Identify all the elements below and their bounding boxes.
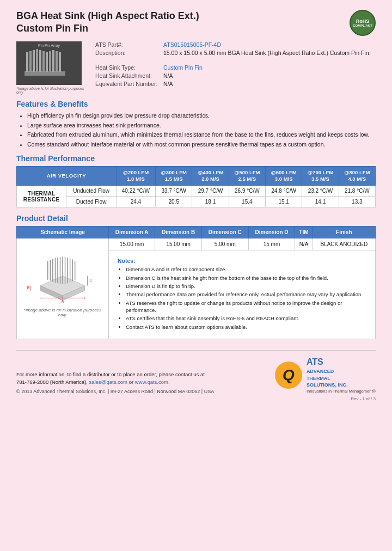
thermal-resistance-label: THERMALRESISTANCE	[17, 186, 66, 207]
svg-text:B: B	[27, 286, 29, 290]
finish-value: BLACK ANODIZED	[313, 238, 375, 250]
col-500lfm: @500 LFM2.5 M/S	[229, 166, 265, 186]
unducted-700: 23.2 °C/W	[302, 186, 339, 197]
rohs-badge: RoHS COMPLIANT	[350, 10, 376, 36]
unducted-label: Unducted Flow	[66, 186, 116, 197]
ats-logo-circle: Q	[275, 362, 302, 389]
footer-contact: For more information, to find a distribu…	[16, 371, 214, 387]
ducted-600: 15.1	[266, 197, 302, 207]
svg-rect-9	[49, 51, 51, 72]
description-row: Description: 15.00 x 15.00 x 5.00 mm BGA…	[95, 50, 376, 56]
footer-email-link[interactable]: sales@qats.com	[89, 379, 127, 385]
note-4: Thermal performance data are provided fo…	[126, 291, 366, 298]
svg-rect-7	[42, 51, 45, 72]
col-finish: Finish	[313, 226, 375, 238]
unducted-200: 40.22 °C/W	[116, 186, 155, 197]
product-detail-table: Schematic Image Dimension A Dimension B …	[16, 226, 376, 339]
note-2: Dimension C is the heat sink height from…	[126, 274, 366, 281]
svg-rect-8	[46, 52, 48, 72]
thermal-performance-table: AIR VELOCITY @200 LFM1.0 M/S @300 LFM1.5…	[16, 166, 376, 208]
notes-title: Notes:	[118, 258, 366, 264]
equivalent-part-row: Equivalent Part Number: N/A	[95, 81, 376, 87]
feature-item-2: Large surface area increases heat sink p…	[27, 121, 376, 130]
ats-text-block: ATS ADVANCED THERMAL SOLUTIONS, INC. Inn…	[307, 356, 376, 395]
product-detail-header-row: Schematic Image Dimension A Dimension B …	[17, 226, 376, 238]
note-6: ATS certifies that this heat sink assemb…	[126, 315, 366, 322]
svg-rect-11	[56, 51, 58, 72]
unducted-300: 33.7 °C/W	[156, 186, 192, 197]
feature-item-4: Comes standard without interface materia…	[27, 140, 376, 149]
feature-item-1: High efficiency pin fin design provides …	[27, 112, 376, 120]
part-details: ATS Part#: ATS015015005-PF-4D Descriptio…	[95, 41, 376, 94]
ducted-300: 20.5	[156, 197, 192, 207]
col-dim-b: Dimension B	[155, 226, 202, 238]
notes-section: Notes: Dimension A and B refer to compon…	[113, 255, 371, 334]
svg-rect-3	[29, 51, 32, 72]
note-5: ATS reserves the right to update or chan…	[126, 299, 366, 314]
product-detail-title: Product Detail	[16, 214, 376, 223]
notes-cell: Notes: Dimension A and B refer to compon…	[109, 250, 376, 339]
features-title: Features & Benefits	[16, 100, 376, 108]
col-dim-d: Dimension D	[248, 226, 295, 238]
heat-sink-attachment-row: Heat Sink Attachment: N/A	[95, 72, 376, 79]
footer-copyright: © 2013 Advanced Thermal Solutions, Inc. …	[16, 389, 214, 394]
ducted-200: 24.4	[116, 197, 155, 207]
ducted-row: Ducted Flow 24.4 20.5 18.1 15.4 15.1 14.…	[17, 197, 376, 207]
svg-text:C: C	[90, 279, 93, 283]
tim-value: N/A	[295, 238, 313, 250]
title-block: BGA Heat Sink (High Aspect Ratio Ext.) C…	[16, 10, 199, 35]
col-300lfm: @300 LFM1.5 M/S	[156, 166, 192, 186]
product-image-area: Pin Fin Array *Image above is for illust…	[16, 41, 87, 94]
svg-rect-6	[39, 50, 41, 72]
feature-item-3: Fabricated from extruded aluminum, which…	[27, 131, 376, 139]
svg-rect-5	[36, 49, 38, 72]
product-image: Pin Fin Array	[16, 41, 82, 85]
svg-text:Pin Fin Array: Pin Fin Array	[38, 44, 60, 48]
product-detail-data-row: A C B *Image above is for illustration p…	[17, 238, 376, 250]
unducted-400: 29.7 °C/W	[192, 186, 229, 197]
footer-area: For more information, to find a distribu…	[16, 350, 376, 395]
unducted-800: 21.8 °C/W	[339, 186, 375, 197]
col-800lfm: @800 LFM4.0 M/S	[339, 166, 375, 186]
header-area: BGA Heat Sink (High Aspect Ratio Ext.) C…	[16, 10, 376, 36]
svg-rect-1	[24, 71, 65, 76]
schematic-svg: A C B	[22, 241, 103, 305]
page-number: Rev - 1 of / 3	[16, 396, 376, 401]
ducted-700: 14.1	[302, 197, 339, 207]
heatsink-illustration: Pin Fin Array	[16, 41, 82, 85]
heat-sink-type-row: Heat Sink Type: Custom Pin Fin	[95, 64, 376, 71]
svg-rect-10	[52, 50, 54, 72]
page: BGA Heat Sink (High Aspect Ratio Ext.) C…	[0, 0, 392, 551]
schematic-image-box: A C B *Image above is for illustration p…	[19, 241, 106, 317]
svg-rect-4	[33, 50, 35, 72]
col-700lfm: @700 LFM3.5 M/S	[302, 166, 339, 186]
footer-left: For more information, to find a distribu…	[16, 371, 214, 395]
col-200lfm: @200 LFM1.0 M/S	[116, 166, 155, 186]
col-dim-a: Dimension A	[109, 226, 155, 238]
unducted-600: 24.8 °C/W	[266, 186, 302, 197]
features-list: High efficiency pin fin design provides …	[16, 112, 376, 149]
image-caption-top: *Image above is for illustration purpose…	[16, 87, 87, 94]
col-schematic: Schematic Image	[17, 226, 109, 238]
svg-rect-12	[59, 52, 61, 72]
col-400lfm: @400 LFM2.0 M/S	[192, 166, 229, 186]
unducted-500: 26.9 °C/W	[229, 186, 265, 197]
dim-d-value: 15 mm	[248, 238, 295, 250]
thermal-header-row: AIR VELOCITY @200 LFM1.0 M/S @300 LFM1.5…	[17, 166, 376, 186]
col-dim-c: Dimension C	[201, 226, 248, 238]
col-tim: TIM	[295, 226, 313, 238]
part-info-section: Pin Fin Array *Image above is for illust…	[16, 41, 376, 94]
note-3: Dimension D is fin tip to fin tip.	[126, 283, 366, 290]
dim-a-value: 15.00 mm	[109, 238, 155, 250]
part-number-row: ATS Part#: ATS015015005-PF-4D	[95, 41, 376, 48]
ducted-label: Ducted Flow	[66, 197, 116, 207]
ducted-400: 18.1	[192, 197, 229, 207]
page-title: BGA Heat Sink (High Aspect Ratio Ext.) C…	[16, 10, 199, 35]
footer-website-link[interactable]: www.qats.com.	[135, 379, 170, 385]
ats-logo-area: Q ATS ADVANCED THERMAL SOLUTIONS, INC. I…	[275, 356, 376, 395]
schematic-caption: *Image above is for illustration purpose…	[19, 308, 106, 317]
svg-rect-2	[26, 52, 28, 72]
note-7: Contact ATS to learn about custom option…	[126, 323, 366, 330]
dim-c-value: 5.00 mm	[201, 238, 248, 250]
thermal-performance-title: Thermal Performance	[16, 154, 376, 163]
